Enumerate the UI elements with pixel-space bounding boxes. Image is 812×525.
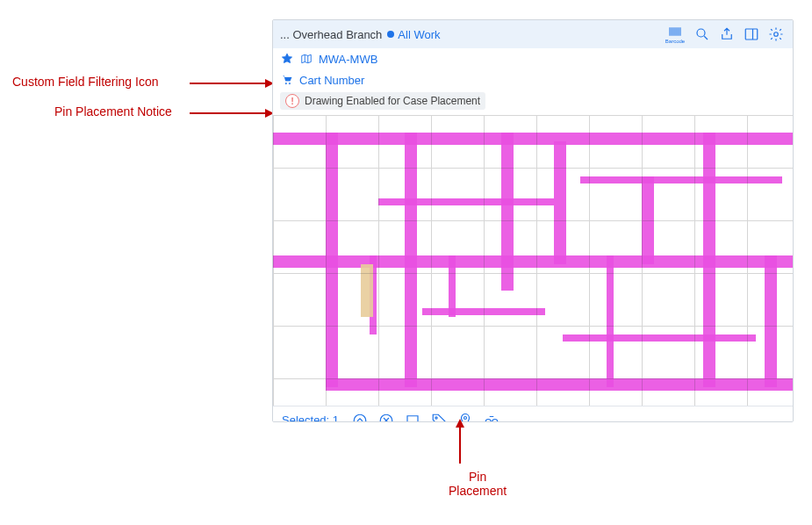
pin-placement-notice: ! Drawing Enabled for Case Placement [280, 92, 485, 110]
svg-point-4 [289, 83, 291, 84]
annotation-arrow [190, 83, 269, 84]
notice-text: Drawing Enabled for Case Placement [305, 95, 480, 107]
map-icon [300, 53, 313, 65]
annotation-pin-notice-label: Pin Placement Notice [54, 104, 172, 119]
search-icon [694, 26, 710, 42]
share-icon [719, 26, 735, 42]
barcode-label: Barcode [665, 39, 685, 44]
inspect-button[interactable] [483, 412, 500, 423]
star-icon [281, 53, 293, 65]
plus-badge-icon: + [475, 421, 480, 423]
svg-point-0 [697, 29, 705, 37]
chat-icon [405, 413, 420, 423]
drawing-meta-row: MWA-MWB [273, 48, 793, 69]
svg-point-7 [435, 416, 437, 418]
svg-point-6 [380, 414, 392, 422]
work-filter-dot-icon [387, 31, 394, 38]
clear-selection-button[interactable] [377, 412, 395, 423]
tag-button[interactable] [430, 412, 448, 423]
breadcrumb[interactable]: ... Overhead Branch [280, 28, 382, 41]
favorite-button[interactable] [280, 52, 294, 66]
barcode-icon [667, 25, 683, 39]
settings-button[interactable] [766, 25, 786, 44]
chevron-up-circle-icon [352, 413, 368, 423]
svg-rect-1 [745, 29, 758, 40]
top-bar: ... Overhead Branch All Work Barcode [273, 20, 793, 48]
cart-filter-row[interactable]: Cart Number [273, 69, 793, 90]
svg-point-9 [485, 419, 491, 422]
alert-icon: ! [285, 94, 299, 108]
cart-icon [281, 74, 293, 86]
selected-count-label: Selected: 1 [282, 414, 339, 422]
app-window: ... Overhead Branch All Work Barcode [272, 19, 794, 422]
barcode-button[interactable]: Barcode [663, 25, 687, 44]
svg-point-3 [285, 83, 287, 84]
cart-number-label: Cart Number [299, 74, 364, 87]
annotation-pin-placement-label: Pin Placement [449, 470, 507, 498]
work-filter[interactable]: All Work [387, 28, 440, 41]
annotation-arrow [190, 112, 269, 114]
drawing-name-link[interactable]: MWA-MWB [319, 53, 377, 66]
tag-icon [431, 413, 447, 423]
comment-button[interactable] [404, 412, 421, 423]
svg-point-2 [774, 32, 779, 37]
cart-filter-icon-button[interactable] [280, 73, 294, 87]
share-button[interactable] [717, 25, 737, 44]
annotation-custom-filter-label: Custom Field Filtering Icon [12, 75, 159, 89]
sidebar-icon [744, 26, 759, 42]
drawing-canvas[interactable] [273, 115, 793, 406]
binoculars-icon [484, 413, 499, 423]
gear-icon [768, 26, 784, 42]
selection-toolbar: Selected: 1 + [273, 406, 793, 422]
work-filter-label: All Work [398, 28, 440, 41]
collapse-button[interactable] [351, 412, 369, 423]
annotation-arrow [459, 424, 461, 464]
panel-toggle-button[interactable] [742, 25, 761, 44]
svg-point-10 [492, 419, 498, 422]
drawing-map-button[interactable] [299, 52, 313, 66]
x-circle-icon [378, 413, 394, 423]
search-button[interactable] [693, 25, 712, 44]
